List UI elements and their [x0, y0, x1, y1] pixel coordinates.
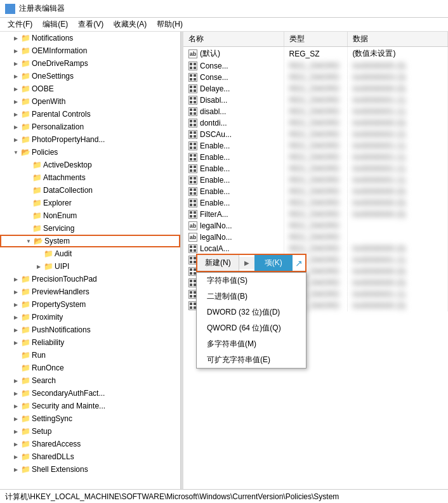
expand-icon	[23, 199, 32, 207]
table-row[interactable]: LocalA...REG_DWORD0x00000000 (0)	[183, 243, 448, 254]
expand-icon[interactable]	[11, 84, 20, 93]
dropdown-item-4[interactable]: 多字符串值(M)	[197, 336, 306, 352]
table-row[interactable]: ablegalNo...REG_DWORD	[183, 220, 448, 232]
tree-item-servicing[interactable]: Servicing	[0, 222, 180, 235]
expand-icon[interactable]	[11, 427, 20, 436]
tree-item-security[interactable]: Security and Mainte...	[0, 400, 180, 412]
tree-item-search[interactable]: Search	[0, 374, 180, 387]
expand-icon[interactable]	[11, 402, 20, 410]
tree-item-sharedaccess[interactable]: SharedAccess	[0, 438, 180, 450]
expand-icon[interactable]	[11, 414, 20, 423]
dropdown-item-2[interactable]: DWORD (32 位)值(D)	[197, 304, 306, 320]
table-row[interactable]: Enable...REG_DWORD0x00000001 (1)	[183, 140, 448, 152]
expand-icon[interactable]	[11, 275, 20, 284]
tree-item-oeminfo[interactable]: OEMInformation	[0, 44, 180, 57]
tree-item-precisiontouchpad[interactable]: PrecisionTouchPad	[0, 273, 180, 285]
table-row[interactable]: FilterA...REG_DWORD0x00000000 (0)	[183, 209, 448, 220]
tree-item-run[interactable]: Run	[0, 349, 180, 362]
tree-item-proximity[interactable]: Proximity	[0, 311, 180, 323]
menu-view[interactable]: 查看(V)	[73, 18, 109, 31]
expand-icon[interactable]	[11, 452, 20, 461]
expand-icon[interactable]	[11, 313, 20, 322]
expand-icon[interactable]	[11, 135, 20, 144]
tree-item-onedriveramps[interactable]: OneDriveRamps	[0, 57, 180, 70]
tree-item-oobe[interactable]: OOBE	[0, 82, 180, 95]
expand-icon[interactable]	[11, 300, 20, 309]
tree-item-parental[interactable]: Parental Controls	[0, 108, 180, 121]
expand-icon[interactable]	[11, 440, 20, 448]
table-row[interactable]: Enable...REG_DWORD0x00000001 (1)	[183, 163, 448, 174]
table-row[interactable]: Enable...REG_DWORD0x00000001 (1)	[183, 174, 448, 186]
table-row[interactable]: dontdi...REG_DWORD0x00000000 (0)	[183, 117, 448, 129]
tree-item-propertysystem[interactable]: PropertySystem	[0, 298, 180, 311]
table-row[interactable]: Conse...REG_DWORD0x00000003 (3)	[183, 72, 448, 83]
tree-item-previewhandlers[interactable]: PreviewHandlers	[0, 285, 180, 298]
expand-icon[interactable]	[11, 325, 20, 334]
table-row[interactable]: disabl...REG_DWORD0x00000001 (1)	[183, 106, 448, 117]
table-row[interactable]: Disabl...REG_DWORD0x00000001 (1)	[183, 95, 448, 106]
expand-icon[interactable]	[11, 148, 20, 157]
tree-item-attachments[interactable]: Attachments	[0, 171, 180, 184]
tree-item-datacollection[interactable]: DataCollection	[0, 184, 180, 197]
tree-item-setup[interactable]: Setup	[0, 425, 180, 438]
expand-icon[interactable]	[11, 287, 20, 296]
expand-icon[interactable]	[24, 237, 33, 245]
menu-file[interactable]: 文件(F)	[3, 18, 37, 31]
tree-item-pushnotifications[interactable]: PushNotifications	[0, 323, 180, 336]
dropdown-item-1[interactable]: 二进制值(B)	[197, 289, 306, 304]
menu-help[interactable]: 帮助(H)	[152, 18, 188, 31]
expand-icon[interactable]	[11, 389, 20, 398]
new-button[interactable]: 新建(N)	[197, 255, 239, 271]
col-data: 数据	[347, 32, 448, 47]
registry-tree[interactable]: NotificationsOEMInformationOneDriveRamps…	[0, 32, 181, 489]
tree-item-activedesktop[interactable]: ActiveDesktop	[0, 159, 180, 171]
tree-item-openwith[interactable]: OpenWith	[0, 95, 180, 108]
dropdown-item-5[interactable]: 可扩充字符串值(E)	[197, 352, 306, 368]
reg-name: Disabl...	[200, 96, 227, 105]
table-row[interactable]: ablegalNo...REG_DWORD	[183, 232, 448, 243]
tree-item-explorer[interactable]: Explorer	[0, 197, 180, 209]
tree-item-personalization[interactable]: Personalization	[0, 121, 180, 133]
menu-favorites[interactable]: 收藏夹(A)	[109, 18, 152, 31]
tree-item-nonenum[interactable]: NonEnum	[0, 209, 180, 222]
tree-label: PrecisionTouchPad	[32, 275, 97, 284]
table-row[interactable]: Delaye...REG_DWORD0x00000000 (0)	[183, 83, 448, 95]
expand-icon[interactable]	[11, 465, 20, 474]
table-row[interactable]: ab(默认)REG_SZ(数值未设置)	[183, 47, 448, 61]
expand-icon[interactable]	[11, 338, 20, 347]
table-row[interactable]: Enable...REG_DWORD0x00000001 (1)	[183, 152, 448, 163]
table-row[interactable]: Conse...REG_DWORD0x00000005 (5)	[183, 60, 448, 72]
dropdown-item-3[interactable]: QWORD (64 位)值(Q)	[197, 320, 306, 336]
expand-icon[interactable]	[34, 262, 43, 271]
tree-item-notifications[interactable]: Notifications	[0, 32, 180, 44]
tree-item-onesettings[interactable]: OneSettings	[0, 70, 180, 82]
expand-icon[interactable]	[11, 122, 20, 131]
tree-item-shellextensions[interactable]: Shell Extensions	[0, 463, 180, 476]
tree-item-system[interactable]: System	[0, 235, 180, 247]
tree-item-runonce[interactable]: RunOnce	[0, 362, 180, 374]
tree-item-audit[interactable]: Audit	[0, 247, 180, 260]
tree-item-secondaryauth[interactable]: SecondaryAuthFact...	[0, 387, 180, 400]
expand-icon[interactable]	[11, 110, 20, 119]
tree-label: SettingSync	[32, 414, 72, 423]
tree-item-settingsync[interactable]: SettingSync	[0, 412, 180, 425]
table-row[interactable]: Enable...REG_DWORD0x00000000 (0)	[183, 197, 448, 209]
table-row[interactable]: DSCAu...REG_DWORD0x00000002 (2)	[183, 129, 448, 140]
table-row[interactable]: Enable...REG_DWORD0x00000000 (0)	[183, 186, 448, 197]
expand-icon[interactable]	[11, 46, 20, 55]
tree-item-shareddlls[interactable]: SharedDLLs	[0, 450, 180, 463]
expand-icon[interactable]	[11, 376, 20, 385]
tree-item-photoprop[interactable]: PhotoPropertyHand...	[0, 133, 180, 146]
reg-name: Conse...	[200, 62, 228, 70]
expand-icon[interactable]	[11, 59, 20, 68]
tree-item-uipi[interactable]: UIPI	[0, 260, 180, 273]
expand-icon[interactable]	[11, 34, 20, 42]
folder-icon	[20, 84, 30, 93]
xiang-item[interactable]: 项(K)	[254, 255, 293, 271]
expand-icon[interactable]	[11, 97, 20, 106]
tree-item-policies[interactable]: Policies	[0, 146, 180, 159]
expand-icon[interactable]	[11, 72, 20, 81]
menu-edit[interactable]: 编辑(E)	[37, 18, 73, 31]
dropdown-item-0[interactable]: 字符串值(S)	[197, 273, 306, 289]
tree-item-reliability[interactable]: Reliability	[0, 336, 180, 349]
